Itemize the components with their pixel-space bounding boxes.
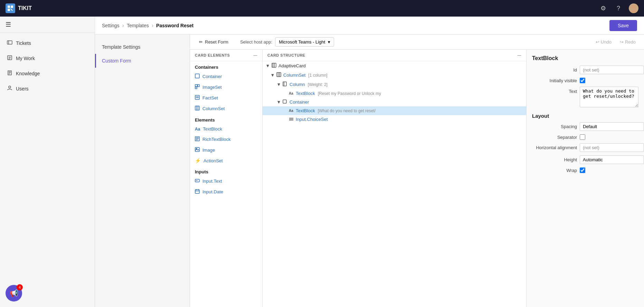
main-content: Settings › Templates › Password Reset Sa… [95,17,644,307]
element-input-date[interactable]: Input.Date [190,186,262,197]
element-richtextblock[interactable]: RichTextBlock [190,134,262,145]
breadcrumb-bar: Settings › Templates › Password Reset Sa… [95,17,644,35]
tree-node-choiceset[interactable]: Input.ChoiceSet [263,115,526,124]
svg-rect-19 [195,95,199,99]
users-label: Users [16,86,29,92]
template-settings-panel: Template Settings Custom Form [95,35,190,307]
logo-icon [6,3,15,13]
textblock-1-sublabel: [Reset my Password or Unlock my [318,91,381,96]
gear-icon[interactable]: ⚙ [598,3,608,13]
tree-node-adaptivecard[interactable]: ▼ AdaptiveCard [263,61,526,70]
host-app-dropdown[interactable]: Microsoft Teams - Light ▾ [275,37,334,47]
columnset-sublabel: [1 column] [308,73,327,78]
toggle-columnset[interactable]: ▼ [270,73,275,78]
redo-icon: ↪ [620,39,624,45]
spacing-input[interactable] [580,122,644,131]
svg-rect-5 [7,41,12,44]
sidebar-toggle[interactable]: ☰ [0,17,95,33]
breadcrumb: Settings › Templates › Password Reset [102,22,193,29]
svg-rect-2 [8,9,10,11]
columnset-icon [195,106,200,112]
element-columnset[interactable]: ColumnSet [190,103,262,114]
toggle-column[interactable]: ▼ [276,82,281,87]
reset-form-icon: ✏ [199,39,203,45]
prop-row-initially-visible: Initially visible [532,78,638,83]
element-image[interactable]: Image [190,145,262,155]
layout-section-title: Layout [532,113,638,119]
richtextblock-icon [195,136,200,142]
sidebar-item-knowledge[interactable]: Knowledge [0,66,95,81]
toggle-adaptivecard[interactable]: ▼ [265,63,270,68]
undo-button[interactable]: ↩ Undo [593,38,614,46]
id-input[interactable] [580,66,644,74]
columnset-tree-icon [276,72,282,78]
avatar[interactable] [629,3,638,13]
reset-form-button[interactable]: ✏ Reset Form [196,37,232,47]
undo-icon: ↩ [596,39,599,45]
input-text-icon [195,178,200,184]
element-container[interactable]: Container [190,71,262,82]
card-structure-title: CARD STRUCTURE [267,53,305,57]
adaptivecard-label: AdaptiveCard [278,63,306,68]
prop-row-text: Text What do you need to get reset/unloc… [532,87,638,107]
text-label: Text [532,89,577,94]
sidebar-item-users[interactable]: Users [0,81,95,96]
help-icon[interactable]: ? [614,3,623,13]
tree-node-textblock-2[interactable]: Aa TextBlock [What do you need to get re… [263,106,526,115]
collapse-icon[interactable]: — [254,53,258,57]
undo-label: Undo [601,39,612,45]
settings-item-template-settings[interactable]: Template Settings [95,40,190,54]
prop-row-id: Id [532,66,638,74]
svg-rect-33 [195,190,199,193]
redo-button[interactable]: ↪ Redo [617,38,638,46]
separator-checkbox[interactable] [580,134,585,140]
element-textblock[interactable]: Aa TextBlock [190,124,262,134]
element-actionset[interactable]: ⚡ ActionSet [190,155,262,166]
structure-collapse-icon[interactable]: — [518,53,522,57]
top-bar-actions: ⚙ ? [598,3,638,13]
prop-section-title: TextBlock [532,55,638,61]
reset-form-label: Reset Form [205,39,228,45]
tree-node-columnset[interactable]: ▼ ColumnSet [1 column] [263,70,526,80]
choiceset-icon [289,117,294,122]
breadcrumb-templates[interactable]: Templates [127,23,149,28]
tree-node-column[interactable]: ▼ Column [Weight: 2] [263,80,526,89]
card-structure-header: CARD STRUCTURE — [263,50,526,61]
imageset-label: ImageSet [202,85,222,90]
container-tree-label: Container [290,99,309,105]
wrap-checkbox[interactable] [580,167,585,173]
mywork-icon [7,55,12,62]
svg-rect-17 [198,85,199,87]
sidebar-item-tickets[interactable]: Tickets [0,36,95,51]
tree-node-container[interactable]: ▼ Container [263,98,526,106]
app-name: TIKIT [18,5,32,11]
settings-item-custom-form[interactable]: Custom Form [95,54,190,68]
text-input[interactable]: What do you need to get reset/unlocked? [580,87,638,107]
prop-row-spacing: Spacing [532,122,638,131]
dropdown-chevron-icon: ▾ [328,39,330,45]
save-button[interactable]: Save [609,20,637,31]
textblock-2-sublabel: [What do you need to get reset/ [318,108,376,113]
app-logo: TIKIT [6,3,32,13]
host-app-value: Microsoft Teams - Light [279,39,325,45]
element-factset[interactable]: FactSet [190,93,262,103]
breadcrumb-settings[interactable]: Settings [102,23,120,28]
initially-visible-checkbox[interactable] [580,78,585,83]
notification-button[interactable]: 📢 4 [6,285,22,301]
height-input[interactable] [580,155,644,164]
columnset-tree-label: ColumnSet [283,73,305,78]
element-input-text[interactable]: Input.Text [190,176,262,186]
horizontal-alignment-label: Horizontal alignment [532,145,577,150]
svg-rect-15 [195,74,199,78]
tickets-icon [7,40,12,47]
toggle-container[interactable]: ▼ [276,99,281,105]
tree-node-textblock-1[interactable]: Aa TextBlock [Reset my Password or Unloc… [263,89,526,98]
choiceset-label: Input.ChoiceSet [296,117,328,122]
sidebar-item-mywork[interactable]: My Work [0,51,95,66]
users-icon [7,85,12,92]
element-imageset[interactable]: ImageSet [190,82,262,93]
horizontal-alignment-input[interactable] [580,143,644,152]
textblock-1-icon: Aa [289,92,294,95]
undo-redo-group: ↩ Undo ↪ Redo [593,38,638,46]
card-elements-header: CARD ELEMENTS — [190,50,262,61]
